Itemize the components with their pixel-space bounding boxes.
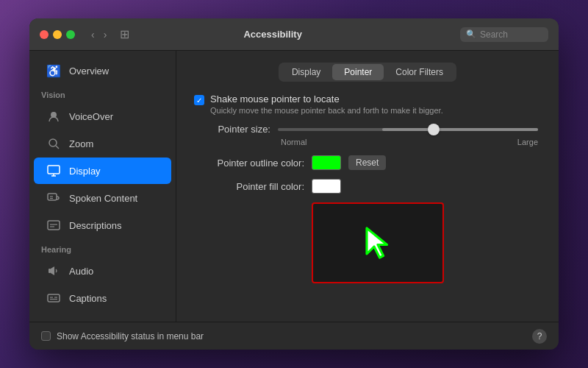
tab-display[interactable]: Display [280, 64, 332, 80]
shake-label: Shake mouse pointer to locate [210, 93, 443, 105]
shake-checkbox[interactable]: ✓ [194, 95, 204, 105]
display-icon [46, 163, 62, 179]
svg-rect-14 [48, 294, 60, 302]
sidebar-overview-label: Overview [69, 66, 109, 77]
sidebar: ♿ Overview Vision VoiceOver [29, 51, 176, 322]
shake-description: Quickly move the mouse pointer back and … [210, 106, 443, 115]
svg-line-2 [56, 146, 59, 149]
pointer-fill-label: Pointer fill color: [194, 181, 304, 192]
sidebar-captions-label: Captions [69, 293, 107, 304]
sidebar-item-display[interactable]: Display [34, 158, 171, 184]
svg-rect-9 [48, 221, 60, 230]
sidebar-descriptions-label: Descriptions [69, 220, 122, 231]
section-label-hearing: Hearing [29, 239, 176, 257]
slider-max-label: Large [517, 138, 538, 146]
search-icon: 🔍 [466, 29, 476, 39]
main-panel: Display Pointer Color Filters ✓ Shake mo… [176, 51, 559, 322]
sidebar-item-overview[interactable]: ♿ Overview [34, 57, 171, 84]
pointer-outline-color-row: Pointer outline color: Reset [194, 155, 541, 170]
zoom-icon [46, 135, 62, 152]
search-placeholder: Search [480, 29, 508, 40]
maximize-button[interactable] [66, 30, 75, 39]
bottom-bar: Show Accessibility status in menu bar ? [29, 322, 559, 350]
pointer-outline-swatch[interactable] [312, 155, 341, 170]
shake-checkbox-row: ✓ Shake mouse pointer to locate Quickly … [194, 93, 541, 115]
svg-rect-12 [49, 269, 51, 273]
sidebar-audio-label: Audio [69, 266, 93, 277]
voiceover-icon [46, 108, 62, 124]
status-menu-bar-checkbox[interactable] [41, 331, 51, 341]
tab-bar: Display Pointer Color Filters [279, 63, 456, 82]
descriptions-icon [46, 217, 62, 233]
pointer-size-row: Pointer size: Normal Large [194, 124, 541, 146]
slider-annotations: Normal Large [197, 138, 538, 146]
pointer-size-slider[interactable] [278, 128, 538, 131]
sidebar-item-captions[interactable]: Captions [34, 285, 171, 311]
search-box[interactable]: 🔍 Search [460, 27, 548, 42]
cursor-preview-box [312, 202, 444, 283]
tab-color-filters[interactable]: Color Filters [384, 64, 455, 80]
pointer-fill-color-row: Pointer fill color: [194, 179, 541, 194]
spoken-content-icon [46, 190, 62, 206]
pointer-fill-swatch[interactable] [312, 179, 341, 194]
reset-button[interactable]: Reset [348, 155, 386, 170]
svg-rect-3 [48, 166, 60, 174]
tab-pointer[interactable]: Pointer [332, 64, 384, 80]
sidebar-item-zoom[interactable]: Zoom [34, 130, 171, 157]
sidebar-voiceover-label: VoiceOver [69, 111, 113, 122]
settings-content: ✓ Shake mouse pointer to locate Quickly … [194, 93, 541, 310]
sidebar-zoom-label: Zoom [69, 138, 93, 149]
overview-icon: ♿ [46, 63, 62, 79]
svg-point-1 [49, 139, 57, 146]
slider-min-label: Normal [281, 138, 306, 146]
window: ‹ › ⊞ Accessibility 🔍 Search ♿ Overview … [29, 18, 559, 350]
sidebar-item-voiceover[interactable]: VoiceOver [34, 103, 171, 130]
section-label-vision: Vision [29, 85, 176, 102]
pointer-size-label: Pointer size: [197, 124, 270, 135]
bottom-checkbox-row: Show Accessibility status in menu bar [41, 331, 204, 342]
sidebar-item-audio[interactable]: Audio [34, 258, 171, 284]
audio-icon [46, 263, 62, 279]
close-button[interactable] [40, 30, 49, 39]
svg-marker-18 [367, 228, 387, 258]
slider-fill [382, 128, 538, 131]
titlebar: ‹ › ⊞ Accessibility 🔍 Search [29, 18, 559, 51]
status-menu-bar-label: Show Accessibility status in menu bar [57, 331, 204, 342]
sidebar-item-spoken-content[interactable]: Spoken Content [34, 185, 171, 211]
minimize-button[interactable] [53, 30, 62, 39]
sidebar-spoken-label: Spoken Content [69, 193, 137, 204]
cursor-preview-svg [359, 224, 396, 261]
svg-marker-13 [51, 266, 54, 275]
window-title: Accessibility [91, 29, 454, 40]
slider-label-row: Pointer size: [197, 124, 538, 135]
checkmark-icon: ✓ [196, 96, 202, 105]
captions-icon [46, 290, 62, 306]
shake-text-group: Shake mouse pointer to locate Quickly mo… [210, 93, 443, 115]
sidebar-display-label: Display [69, 166, 101, 177]
sidebar-item-descriptions[interactable]: Descriptions [34, 212, 171, 238]
help-button[interactable]: ? [532, 329, 547, 344]
slider-thumb[interactable] [428, 124, 440, 135]
pointer-outline-label: Pointer outline color: [194, 158, 304, 169]
content-area: ♿ Overview Vision VoiceOver [29, 51, 559, 322]
traffic-lights [40, 30, 75, 39]
